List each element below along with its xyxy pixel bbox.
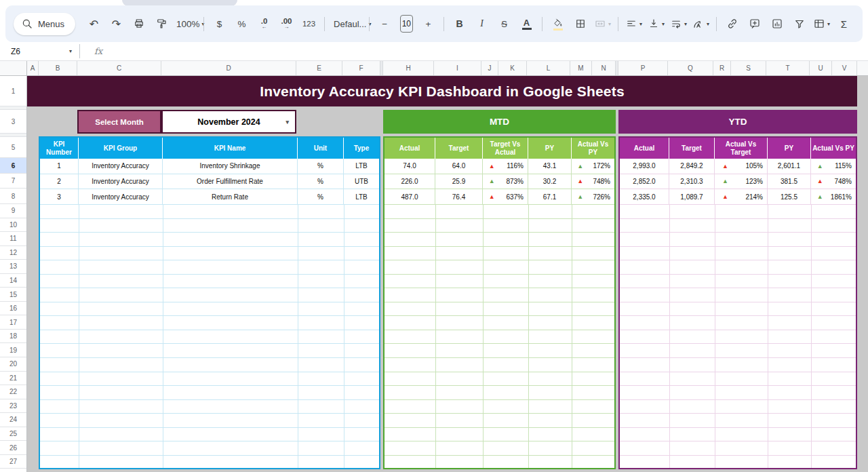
- mtd-col-actual-vs-py[interactable]: Actual Vs PY: [572, 138, 614, 159]
- row-header-7[interactable]: 7: [0, 174, 26, 189]
- cell-ytd-actual[interactable]: 2,993.0: [620, 159, 669, 174]
- kpi-col-number[interactable]: KPI Number: [40, 138, 79, 159]
- cell-kpi-number[interactable]: 1: [40, 159, 79, 174]
- column-header-S[interactable]: S: [731, 61, 766, 75]
- more-formats-button[interactable]: 123: [298, 15, 319, 33]
- column-header-N[interactable]: N: [592, 61, 616, 75]
- cell-type[interactable]: UTB: [344, 174, 379, 189]
- cell-unit[interactable]: %: [298, 159, 344, 174]
- ytd-section-header[interactable]: YTD: [618, 110, 857, 134]
- mtd-col-actual[interactable]: Actual: [384, 138, 435, 159]
- cell-mtd-target[interactable]: 76.4: [435, 189, 483, 204]
- column-header-L[interactable]: L: [527, 61, 570, 75]
- mtd-col-py[interactable]: PY: [528, 138, 572, 159]
- row-header-20[interactable]: 20: [0, 357, 26, 372]
- cell-kpi-name[interactable]: Return Rate: [163, 189, 298, 204]
- row-header-14[interactable]: 14: [0, 274, 26, 288]
- column-header-V[interactable]: V: [832, 61, 857, 75]
- ytd-col-actual[interactable]: Actual: [620, 138, 669, 159]
- cell-kpi-number[interactable]: 3: [40, 189, 79, 204]
- cell-mtd-actual[interactable]: 487.0: [384, 189, 435, 204]
- cell-kpi-number[interactable]: 2: [40, 174, 79, 189]
- cell-ytd-target[interactable]: 2,310.3: [669, 174, 715, 189]
- row-header-17[interactable]: 17: [0, 315, 26, 330]
- column-header-K[interactable]: K: [498, 61, 527, 75]
- column-header-R[interactable]: R: [713, 61, 731, 75]
- cell-ytd-actual[interactable]: 2,852.0: [620, 174, 669, 189]
- row-header-23[interactable]: 23: [0, 399, 26, 414]
- row-header-16[interactable]: 16: [0, 302, 26, 316]
- row-header-10[interactable]: 10: [0, 218, 26, 233]
- cell-mtd-actual[interactable]: 226.0: [384, 174, 435, 189]
- cell-mtd-py[interactable]: 67.1: [528, 189, 572, 204]
- cell-ytd-actual-vs-target[interactable]: ▲ 123%: [715, 174, 768, 189]
- insert-chart-button[interactable]: [766, 15, 787, 33]
- redo-button[interactable]: ↷: [106, 15, 127, 33]
- row-header-25[interactable]: 25: [0, 427, 26, 441]
- kpi-empty-cells[interactable]: [40, 205, 379, 468]
- row-header-21[interactable]: 21: [0, 372, 26, 386]
- row-header-19[interactable]: 19: [0, 343, 26, 357]
- cell-ytd-actual-vs-py[interactable]: ▲ 748%: [811, 174, 856, 189]
- cell-kpi-name[interactable]: Inventory Shrinkage: [163, 159, 298, 174]
- text-rotation-button[interactable]: ▾: [690, 15, 711, 33]
- row-header-9[interactable]: 9: [0, 204, 26, 218]
- month-dropdown[interactable]: November 2024 ▾: [161, 110, 296, 134]
- cell-unit[interactable]: %: [298, 174, 344, 189]
- cell-mtd-target[interactable]: 64.0: [435, 159, 483, 174]
- kpi-col-unit[interactable]: Unit: [298, 138, 344, 159]
- column-header-M[interactable]: M: [570, 61, 592, 75]
- row-header-6[interactable]: 6: [0, 158, 26, 174]
- row-header-26[interactable]: 26: [0, 441, 26, 455]
- decrease-decimal-button[interactable]: .0←: [254, 15, 275, 33]
- cell-kpi-group[interactable]: Inventory Accuracy: [79, 159, 163, 174]
- column-header-J[interactable]: J: [481, 61, 498, 75]
- cell-mtd-target-vs-actual[interactable]: ▲ 873%: [483, 174, 528, 189]
- row-header-18[interactable]: 18: [0, 330, 26, 344]
- table-tools-button[interactable]: ▾: [811, 15, 832, 33]
- name-box[interactable]: Z6 ▾: [0, 47, 76, 56]
- format-currency-button[interactable]: $: [209, 15, 230, 33]
- undo-button[interactable]: ↶: [83, 15, 104, 33]
- cell-kpi-name[interactable]: Order Fulfillment Rate: [163, 174, 298, 189]
- cell-kpi-group[interactable]: Inventory Accuracy: [79, 174, 163, 189]
- ytd-col-py[interactable]: PY: [768, 138, 811, 159]
- dashboard-title[interactable]: Inventory Accuracy KPI Dashboard in Goog…: [27, 76, 857, 106]
- fill-color-button[interactable]: [547, 15, 568, 33]
- mtd-col-target-vs-actual[interactable]: Target Vs Actual: [483, 138, 528, 159]
- row-header-13[interactable]: 13: [0, 260, 26, 274]
- format-percent-button[interactable]: %: [231, 15, 252, 33]
- insert-link-button[interactable]: [722, 15, 743, 33]
- borders-button[interactable]: [570, 15, 591, 33]
- row-header-22[interactable]: 22: [0, 385, 26, 399]
- merge-cells-button[interactable]: ▾: [592, 15, 613, 33]
- column-header-B[interactable]: B: [39, 61, 77, 75]
- cell-mtd-target-vs-actual[interactable]: ▲ 116%: [483, 159, 528, 174]
- cell-mtd-target[interactable]: 25.9: [435, 174, 483, 189]
- cell-ytd-py[interactable]: 125.5: [768, 189, 811, 204]
- font-select[interactable]: Defaul... ▾: [330, 15, 364, 33]
- text-color-button[interactable]: A: [516, 15, 537, 33]
- column-header-I[interactable]: I: [434, 61, 481, 75]
- row-header-12[interactable]: 12: [0, 246, 26, 260]
- cell-ytd-actual-vs-target[interactable]: ▲ 105%: [715, 159, 768, 174]
- column-header-F[interactable]: F: [342, 61, 380, 75]
- kpi-col-group[interactable]: KPI Group: [79, 138, 163, 159]
- create-filter-button[interactable]: [789, 15, 810, 33]
- cell-mtd-actual-vs-py[interactable]: ▲ 726%: [572, 189, 614, 204]
- cell-mtd-actual[interactable]: 74.0: [384, 159, 435, 174]
- cell-ytd-target[interactable]: 1,089.7: [669, 189, 715, 204]
- cell-ytd-py[interactable]: 2,601.1: [768, 159, 811, 174]
- text-wrap-button[interactable]: ▾: [668, 15, 689, 33]
- horizontal-align-button[interactable]: ▾: [623, 15, 644, 33]
- decrease-font-size-button[interactable]: −: [374, 15, 395, 33]
- select-month-label[interactable]: Select Month: [77, 110, 161, 134]
- ytd-empty-cells[interactable]: [620, 205, 856, 468]
- column-header-E[interactable]: E: [296, 61, 342, 75]
- paint-format-button[interactable]: [151, 15, 172, 33]
- cell-ytd-actual[interactable]: 2,335.0: [620, 189, 669, 204]
- increase-decimal-button[interactable]: .00→: [276, 15, 297, 33]
- cell-ytd-actual-vs-py[interactable]: ▲ 115%: [811, 159, 856, 174]
- ytd-col-target[interactable]: Target: [669, 138, 715, 159]
- cell-ytd-actual-vs-target[interactable]: ▲ 214%: [715, 189, 768, 204]
